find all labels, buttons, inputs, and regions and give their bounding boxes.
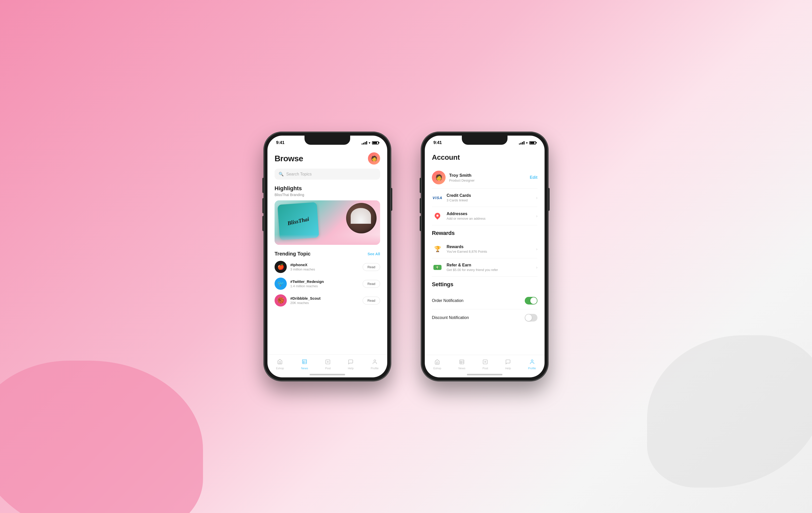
nav-post-browse[interactable]: Post — [322, 358, 333, 371]
trending-header: Trending Topic See All — [274, 251, 380, 257]
rewards-row[interactable]: 🏆 Rewards You've Earned 8,876 Points › — [432, 240, 538, 258]
status-icons-browse: ▾ — [361, 141, 379, 145]
status-time-browse: 9:41 — [276, 140, 285, 145]
account-header: Account — [432, 148, 538, 167]
account-content: Account 🧑 Troy Smith Product Designer Ed… — [425, 148, 545, 355]
nav-help-browse[interactable]: Help — [345, 358, 356, 371]
nav-news-browse[interactable]: News — [298, 358, 311, 371]
order-toggle-knob — [530, 297, 537, 304]
nav-label-help-account: Help — [505, 367, 511, 370]
trending-title: Trending Topic — [274, 251, 311, 257]
addresses-row[interactable]: Addresses Add or remove an address › — [432, 207, 538, 225]
nav-eshop-account[interactable]: Eshop — [431, 358, 444, 371]
topic-item-dribbble: 🏀 #Dribbble_Scout 20K reaches Read — [274, 294, 380, 306]
credit-cards-sub: 3 Cards linked — [446, 198, 532, 202]
refer-earn-row[interactable]: 💵 Refer & Earn Get $5.00 for every frien… — [432, 258, 538, 276]
home-indicator-account — [467, 374, 502, 375]
profile-info: Troy Smith Product Designer — [449, 173, 526, 182]
svg-rect-8 — [460, 360, 464, 364]
location-pin-icon — [435, 213, 440, 219]
refer-earn-sub: Get $5.00 for every friend you refer — [446, 268, 532, 272]
topic-reach-iphonex: 3 million reaches — [290, 267, 359, 271]
see-all-button[interactable]: See All — [368, 252, 380, 256]
bg-blob-left — [0, 361, 203, 513]
nav-eshop-browse[interactable]: Eshop — [273, 358, 287, 371]
addresses-info: Addresses Add or remove an address — [446, 212, 532, 220]
nav-news-account[interactable]: News — [456, 358, 468, 371]
rewards-sub: You've Earned 8,876 Points — [446, 250, 532, 253]
settings-section: Order Notification Discount Notification — [432, 291, 538, 326]
bottom-nav-account: Eshop News Post — [425, 355, 545, 373]
nav-help-account[interactable]: Help — [503, 358, 514, 371]
nav-label-news-browse: News — [301, 367, 308, 370]
profile-icon-browse — [372, 359, 378, 366]
highlights-sub: BlissThai Branding — [274, 193, 380, 197]
profile-name: Troy Smith — [449, 173, 526, 178]
discount-notification-toggle[interactable] — [525, 314, 538, 322]
topic-reach-twitter: 1.4 million reaches — [290, 284, 359, 288]
post-icon-account — [483, 359, 488, 366]
addresses-sub: Add or remove an address — [446, 217, 532, 220]
post-icon — [325, 359, 331, 366]
refer-earn-info: Refer & Earn Get $5.00 for every friend … — [446, 263, 532, 272]
read-button-twitter[interactable]: Read — [362, 280, 380, 288]
nav-label-profile-browse: Profile — [371, 367, 379, 370]
edit-button[interactable]: Edit — [530, 175, 538, 180]
help-icon — [348, 359, 353, 366]
read-button-dribbble[interactable]: Read — [362, 297, 380, 304]
rewards-info: Rewards You've Earned 8,876 Points — [446, 245, 532, 253]
topic-icon-twitter: 🐦 — [274, 277, 287, 290]
signal-icon-browse — [361, 141, 367, 144]
trophy-icon-container: 🏆 — [432, 245, 443, 253]
help-icon-account — [505, 359, 511, 366]
chevron-right-rewards: › — [536, 247, 538, 251]
credit-cards-row[interactable]: VISA Credit Cards 3 Cards linked › — [432, 189, 538, 207]
visa-icon: VISA — [432, 195, 442, 200]
nav-label-post-account: Post — [483, 367, 488, 370]
search-bar[interactable]: 🔍 Search Topics — [274, 169, 380, 180]
refer-earn-label: Refer & Earn — [446, 263, 532, 267]
profile-icon-account — [529, 359, 535, 366]
read-button-iphonex[interactable]: Read — [362, 263, 380, 271]
highlights-image: BlissThai — [274, 200, 380, 245]
battery-icon-account — [529, 141, 536, 144]
discount-notification-row: Discount Notification — [432, 309, 538, 326]
profile-row: 🧑 Troy Smith Product Designer Edit — [432, 167, 538, 189]
svg-rect-0 — [302, 360, 307, 364]
bg-blob-right — [647, 335, 812, 488]
blissthai-text: BlissThai — [287, 216, 310, 226]
battery-icon-browse — [372, 141, 379, 144]
nav-post-account[interactable]: Post — [480, 358, 491, 371]
refer-icon: 💵 — [433, 265, 441, 270]
signal-icon-account — [519, 141, 524, 144]
nav-label-eshop-account: Eshop — [433, 367, 441, 370]
location-icon-container — [432, 212, 443, 220]
search-placeholder: Search Topics — [286, 172, 312, 177]
topic-reach-dribbble: 20K reaches — [290, 301, 359, 305]
order-notification-toggle[interactable] — [525, 297, 538, 304]
chevron-right-credit: › — [536, 195, 538, 200]
topic-icon-apple: 🍎 — [274, 261, 287, 273]
nav-label-eshop-browse: Eshop — [276, 367, 284, 370]
topic-item-iphonex: 🍎 #IphoneX 3 million reaches Read — [274, 261, 380, 273]
order-notification-row: Order Notification — [432, 292, 538, 309]
svg-point-15 — [531, 360, 533, 362]
chevron-right-addresses: › — [536, 214, 538, 218]
notch-account — [462, 136, 508, 145]
order-notification-label: Order Notification — [432, 298, 464, 303]
nav-label-profile-account: Profile — [528, 367, 536, 370]
highlights-card[interactable]: BlissThai — [274, 200, 380, 245]
phone-account: 9:41 ▾ Account — [421, 132, 548, 381]
refer-icon-container: 💵 — [432, 264, 443, 271]
account-screen: 9:41 ▾ Account — [425, 136, 545, 377]
profile-avatar-account: 🧑 — [432, 171, 445, 184]
nav-profile-account[interactable]: Profile — [525, 358, 539, 371]
nav-profile-browse[interactable]: Profile — [368, 358, 381, 371]
settings-heading: Settings — [432, 276, 538, 291]
eshop-icon-account — [434, 359, 440, 366]
browse-avatar[interactable]: 🧑 — [368, 152, 380, 165]
topic-info-iphonex: #IphoneX 3 million reaches — [290, 263, 359, 271]
chevron-right-refer: › — [536, 265, 538, 270]
topic-name-iphonex: #IphoneX — [290, 263, 359, 267]
account-title: Account — [432, 153, 460, 161]
